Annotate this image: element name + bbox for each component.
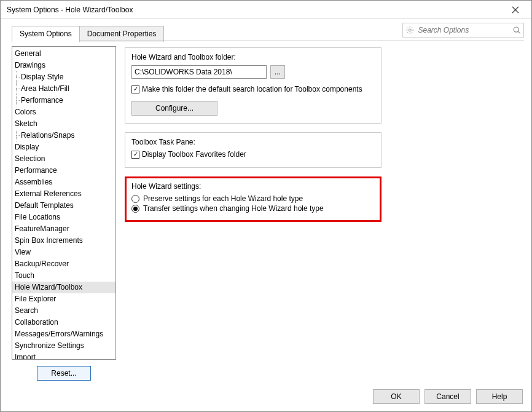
browse-button[interactable]: ... bbox=[270, 65, 285, 79]
toolbox-folder-input[interactable] bbox=[131, 65, 267, 79]
transfer-settings-label: Transfer settings when changing Hole Wiz… bbox=[143, 204, 324, 213]
transfer-settings-radio[interactable] bbox=[131, 205, 139, 213]
favorites-checkbox[interactable] bbox=[131, 151, 139, 159]
tree-item[interactable]: Display bbox=[12, 141, 115, 153]
titlebar: System Options - Hole Wizard/Toolbox bbox=[1, 1, 531, 19]
tree-item[interactable]: External References bbox=[12, 188, 115, 200]
tree-item[interactable]: FeatureManager bbox=[12, 223, 115, 235]
svg-line-10 bbox=[518, 31, 520, 33]
tree-item[interactable]: File Explorer bbox=[12, 293, 115, 305]
tree-item[interactable]: Assemblies bbox=[12, 176, 115, 188]
tree-item[interactable]: Relations/Snaps bbox=[12, 130, 115, 141]
help-button[interactable]: Help bbox=[476, 389, 523, 404]
close-button[interactable] bbox=[503, 1, 528, 18]
close-icon bbox=[512, 6, 519, 14]
tab-document-properties[interactable]: Document Properties bbox=[80, 26, 165, 42]
window-title: System Options - Hole Wizard/Toolbox bbox=[7, 6, 503, 14]
tree-item[interactable]: Collaboration bbox=[12, 317, 115, 328]
tree-item[interactable]: Touch bbox=[12, 270, 115, 282]
tree-item[interactable]: Default Templates bbox=[12, 200, 115, 212]
tree-item[interactable]: Synchronize Settings bbox=[12, 340, 115, 352]
search-options-box[interactable] bbox=[402, 23, 524, 38]
tree-item[interactable]: Performance bbox=[12, 95, 115, 106]
tree-item[interactable]: Colors bbox=[12, 106, 115, 118]
default-location-row[interactable]: Make this folder the default search loca… bbox=[131, 85, 375, 93]
hw-settings-label: Hole Wizard settings: bbox=[131, 182, 375, 191]
favorites-row[interactable]: Display Toolbox Favorites folder bbox=[131, 150, 375, 159]
svg-line-8 bbox=[407, 32, 408, 33]
tree-item[interactable]: Spin Box Increments bbox=[12, 235, 115, 247]
options-tree[interactable]: GeneralDrawingsDisplay StyleArea Hatch/F… bbox=[12, 46, 116, 360]
preserve-settings-radio[interactable] bbox=[131, 195, 139, 203]
tree-item[interactable]: Sketch bbox=[12, 118, 115, 130]
tab-system-options[interactable]: System Options bbox=[12, 26, 80, 42]
preserve-settings-label: Preserve settings for each Hole Wizard h… bbox=[143, 194, 303, 203]
gear-icon bbox=[405, 25, 415, 35]
transfer-settings-row[interactable]: Transfer settings when changing Hole Wiz… bbox=[131, 204, 375, 213]
configure-button[interactable]: Configure... bbox=[131, 101, 217, 116]
tree-item[interactable]: Hole Wizard/Toolbox bbox=[12, 282, 115, 293]
tree-item[interactable]: File Locations bbox=[12, 212, 115, 223]
tree-item[interactable]: Selection bbox=[12, 153, 115, 165]
tab-underline bbox=[12, 41, 524, 41]
svg-line-6 bbox=[412, 32, 412, 33]
svg-point-0 bbox=[409, 29, 411, 31]
tab-bar: System Options Document Properties bbox=[1, 19, 531, 41]
system-options-dialog: System Options - Hole Wizard/Toolbox Sys… bbox=[0, 0, 532, 412]
dialog-footer: OK Cancel Help bbox=[1, 384, 531, 411]
svg-point-9 bbox=[514, 27, 518, 32]
tree-item[interactable]: Import bbox=[12, 352, 115, 360]
search-icon bbox=[512, 25, 522, 35]
tree-item[interactable]: Drawings bbox=[12, 60, 115, 71]
taskpane-group: Toolbox Task Pane: Display Toolbox Favor… bbox=[125, 132, 381, 168]
svg-line-7 bbox=[412, 28, 412, 28]
hole-wizard-settings-group: Hole Wizard settings: Preserve settings … bbox=[125, 176, 381, 222]
default-location-checkbox[interactable] bbox=[131, 85, 139, 93]
taskpane-group-label: Toolbox Task Pane: bbox=[131, 138, 375, 146]
tree-item[interactable]: Display Style bbox=[12, 71, 115, 83]
tree-item[interactable]: General bbox=[12, 48, 115, 60]
svg-line-5 bbox=[407, 28, 408, 28]
options-content: Hole Wizard and Toolbox folder: ... Make… bbox=[125, 46, 524, 381]
tree-item[interactable]: Performance bbox=[12, 165, 115, 176]
folder-group-label: Hole Wizard and Toolbox folder: bbox=[131, 53, 375, 61]
reset-button[interactable]: Reset... bbox=[37, 366, 90, 381]
tree-item[interactable]: Backup/Recover bbox=[12, 258, 115, 270]
default-location-label: Make this folder the default search loca… bbox=[142, 85, 362, 93]
folder-group: Hole Wizard and Toolbox folder: ... Make… bbox=[125, 47, 381, 124]
search-input[interactable] bbox=[417, 25, 512, 35]
ok-button[interactable]: OK bbox=[373, 389, 420, 404]
favorites-label: Display Toolbox Favorites folder bbox=[142, 150, 246, 159]
tree-item[interactable]: View bbox=[12, 247, 115, 258]
tree-item[interactable]: Messages/Errors/Warnings bbox=[12, 328, 115, 340]
preserve-settings-row[interactable]: Preserve settings for each Hole Wizard h… bbox=[131, 194, 375, 203]
tree-item[interactable]: Area Hatch/Fill bbox=[12, 83, 115, 95]
tree-item[interactable]: Search bbox=[12, 305, 115, 317]
cancel-button[interactable]: Cancel bbox=[424, 389, 471, 404]
